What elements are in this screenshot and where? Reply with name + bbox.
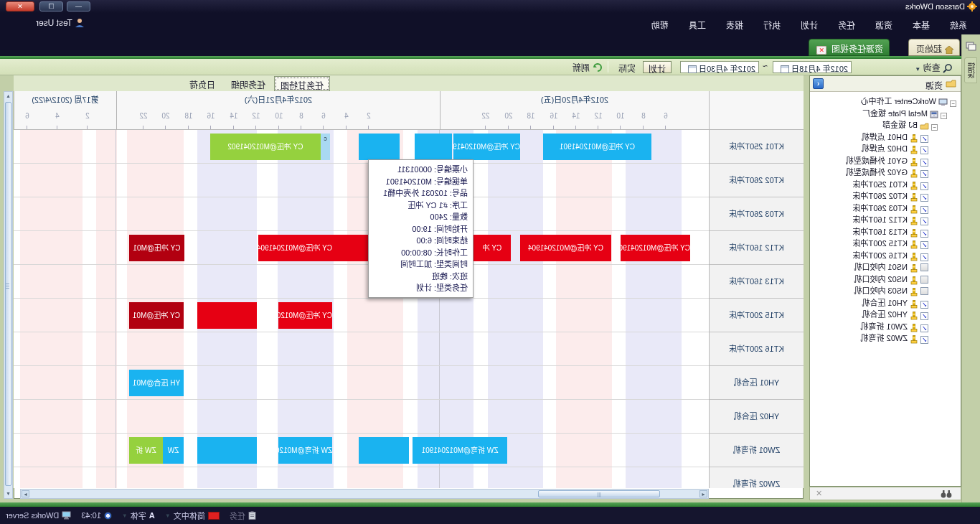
tab-close-icon[interactable]: ✕ xyxy=(816,46,826,55)
task-bar[interactable] xyxy=(332,235,368,261)
tree-machine-item[interactable]: ✓ZW01 折弯机 xyxy=(861,320,928,332)
menu-item[interactable]: 计划 xyxy=(791,13,828,31)
gantt-row-header[interactable]: YH02 压合机 xyxy=(710,400,804,434)
tab-resource-task-view[interactable]: 资源任务视图✕ xyxy=(809,39,890,56)
gantt-row-header[interactable]: ZW02 折弯机 xyxy=(710,467,804,488)
task-bar[interactable]: CY 冲压@M01 xyxy=(129,235,184,261)
task-bar[interactable]: CY 冲压@M012041901 xyxy=(453,134,520,160)
tree-item-checkbox[interactable]: ✓ xyxy=(920,159,928,167)
search-dropdown-icon[interactable]: ▼ xyxy=(915,66,920,72)
tree-group-item[interactable]: −Metal Plate 钣金厂 xyxy=(862,107,947,119)
menu-item[interactable]: 系统 xyxy=(940,13,977,31)
menu-item[interactable]: 基本 xyxy=(903,13,940,31)
scroll-down-icon[interactable]: ▼ xyxy=(5,490,11,497)
tree-item-checkbox[interactable]: ✓ xyxy=(920,170,928,178)
close-button[interactable]: ✕ xyxy=(6,1,34,11)
tree-item-checkbox[interactable]: ✓ xyxy=(920,230,928,238)
user-account[interactable]: Test User xyxy=(36,18,85,28)
gantt-row-header[interactable]: KT15 200T冲床 xyxy=(710,299,804,332)
tree-item-checkbox[interactable]: ✓ xyxy=(920,324,928,332)
scroll-left-icon[interactable]: ◄ xyxy=(699,490,707,497)
status-item[interactable]: 10:43 xyxy=(81,511,112,520)
gantt-row-header[interactable]: KT16 200T冲床 xyxy=(710,332,804,366)
gantt-body[interactable]: CY 冲压@M012041901CY 冲压@M012041901cCY 冲压@M… xyxy=(14,130,709,488)
clear-filter-icon[interactable]: ✕ xyxy=(816,489,822,498)
tree-machine-item[interactable]: ✓KT01 250T冲床 xyxy=(853,178,928,190)
tree-machine-item[interactable]: ✓KT16 200T冲床 xyxy=(853,249,928,261)
tree-machine-item[interactable]: ✓YH01 压合机 xyxy=(862,296,928,309)
tree-item-checkbox[interactable]: ✓ xyxy=(920,182,928,190)
binoculars-icon[interactable] xyxy=(941,490,952,498)
task-bar[interactable]: CY 冲压@M012041903 xyxy=(278,302,332,329)
minimize-button[interactable]: — xyxy=(67,1,90,11)
task-bar[interactable] xyxy=(359,134,400,160)
tree-machine-item[interactable]: ✓KT03 260T冲床 xyxy=(853,202,928,214)
date-to-field[interactable]: 2012年 4月30日 ▼ xyxy=(680,61,759,73)
calendar-icon[interactable] xyxy=(688,65,697,73)
status-item[interactable]: A字体▼ xyxy=(122,510,155,521)
gantt-row-header[interactable]: KT01 250T冲床 xyxy=(710,130,804,164)
plan-toggle-button[interactable]: 计划 xyxy=(643,61,672,73)
calendar-icon[interactable] xyxy=(781,65,789,73)
chevron-down-icon[interactable]: ▼ xyxy=(165,513,171,519)
gantt-view-tab[interactable]: 日负荷 xyxy=(184,76,221,91)
restore-button[interactable]: ❐ xyxy=(39,1,63,11)
horizontal-scrollbar[interactable]: ◄ ||| ► xyxy=(20,489,709,499)
panel-collapse-button[interactable]: ‹ xyxy=(813,78,824,89)
tree-machine-item[interactable]: ✓YH02 压合机 xyxy=(862,308,928,320)
tree-item-checkbox[interactable]: ✓ xyxy=(920,146,928,154)
tree-machine-item[interactable]: NS02 内咬口机 xyxy=(854,273,928,285)
task-bar[interactable]: ZW 折弯@M012041901 xyxy=(413,437,507,464)
task-bar[interactable]: CY 冲压@M012041902 xyxy=(210,134,321,160)
refresh-button[interactable]: 刷新 xyxy=(573,61,603,73)
stacked-windows-icon[interactable] xyxy=(966,42,976,51)
tree-item-checkbox[interactable]: ✓ xyxy=(920,194,928,202)
scroll-up-icon[interactable]: ▲ xyxy=(5,93,11,100)
task-bar[interactable]: CY 冲压@M012041904 xyxy=(258,235,332,261)
gantt-view-tab[interactable]: 任务甘特图 xyxy=(274,76,330,91)
status-item[interactable]: 简体中文▼ xyxy=(165,510,220,521)
tree-item-checkbox[interactable]: ✓ xyxy=(920,217,928,225)
tree-item-checkbox[interactable] xyxy=(920,287,928,295)
tree-machine-item[interactable]: ✓ZW02 折弯机 xyxy=(861,332,928,344)
tree-expander-icon[interactable]: − xyxy=(941,113,947,119)
scroll-right-icon[interactable]: ► xyxy=(22,490,29,497)
gantt-row-header[interactable]: ZW01 折弯机 xyxy=(710,434,804,467)
tree-item-checkbox[interactable]: ✓ xyxy=(920,253,928,261)
vertical-scrollbar[interactable]: ▲ ▼ xyxy=(4,91,13,499)
date-from-field[interactable]: 2012年 4月18日 ▼ xyxy=(773,61,852,73)
gantt-row-header[interactable]: KT02 260T冲床 xyxy=(710,164,804,197)
menu-item[interactable]: 任务 xyxy=(828,13,865,31)
menu-item[interactable]: 工具 xyxy=(679,13,716,31)
tree-machine-item[interactable]: ✓KT13 160T冲床 xyxy=(853,225,928,238)
task-bar[interactable]: ZW 折 xyxy=(129,437,163,464)
tree-machine-item[interactable]: NS01 内咬口机 xyxy=(854,261,928,273)
tab-start-page[interactable]: 起始页 xyxy=(908,39,960,56)
gantt-row-header[interactable]: KT03 260T冲床 xyxy=(710,197,804,231)
task-bar[interactable]: CY 冲压@M01 xyxy=(129,302,184,329)
horizontal-scroll-thumb[interactable]: ||| xyxy=(538,490,660,497)
tree-machine-item[interactable]: ✓KT02 260T冲床 xyxy=(853,190,928,202)
task-bar[interactable] xyxy=(359,437,409,464)
gantt-row-header[interactable]: KT12 160T冲床 xyxy=(710,231,804,265)
tree-group-item[interactable]: −WorkCenter 工作中心 xyxy=(860,95,956,107)
tree-item-checkbox[interactable]: ✓ xyxy=(920,312,928,320)
tree-expander-icon[interactable]: − xyxy=(931,124,938,131)
collapsed-panel-tab-errors[interactable]: 错误 xyxy=(964,57,977,83)
tree-group-item[interactable]: −BJ 钣金部 xyxy=(882,118,938,131)
tree-machine-item[interactable]: NS03 内咬口机 xyxy=(854,284,928,296)
tree-machine-item[interactable]: ✓KT12 160T冲床 xyxy=(853,213,928,225)
vertical-scroll-thumb[interactable] xyxy=(5,102,11,486)
task-bar[interactable] xyxy=(197,302,257,329)
task-bar[interactable]: ZW xyxy=(163,437,184,464)
chevron-down-icon[interactable]: ▼ xyxy=(122,513,128,519)
gantt-row-header[interactable]: YH01 压合机 xyxy=(710,366,804,400)
tree-item-checkbox[interactable]: ✓ xyxy=(920,206,928,214)
search-button[interactable]: 查询 ▼ xyxy=(915,61,953,73)
status-item[interactable]: 任务 xyxy=(230,510,256,521)
menu-item[interactable]: 报表 xyxy=(716,13,753,31)
tree-item-checkbox[interactable]: ✓ xyxy=(920,241,928,249)
task-bar[interactable]: CY 冲 xyxy=(473,235,511,261)
gantt-view-tab[interactable]: 任务明细 xyxy=(225,76,271,91)
tree-expander-icon[interactable]: − xyxy=(950,100,956,107)
